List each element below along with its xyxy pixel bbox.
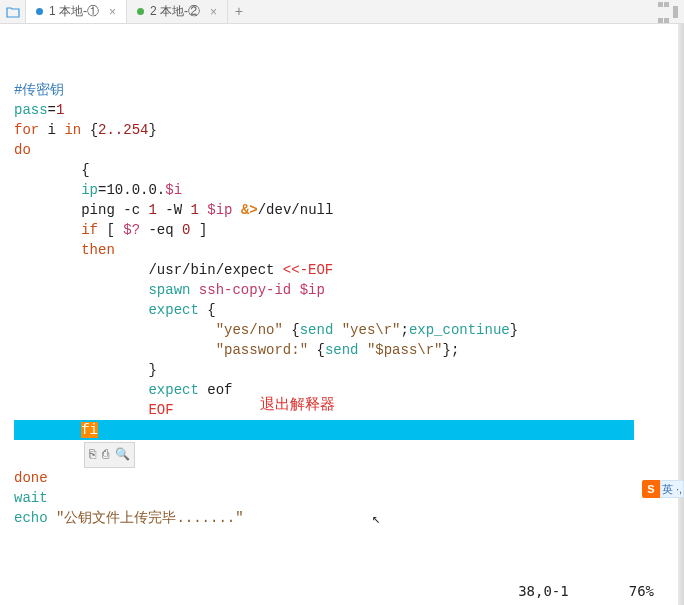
var: pass	[14, 102, 48, 118]
layout-icons[interactable]	[651, 0, 684, 23]
ime-language: 英 ·,	[660, 480, 684, 498]
highlighted-line: fi	[14, 420, 634, 440]
dot-icon	[137, 8, 144, 15]
tab-bar: 1 本地-① × 2 本地-② × +	[0, 0, 684, 24]
edit-icon[interactable]: ⎙	[102, 445, 109, 465]
annotation-label: 退出解释器	[260, 395, 335, 414]
kw-do: do	[14, 142, 31, 158]
kw-fi: fi	[81, 422, 98, 438]
code-editor[interactable]: #传密钥 pass=1 for i in {2..254} do { ip=10…	[0, 24, 684, 538]
dot-icon	[36, 8, 43, 15]
kw-done: done	[14, 470, 48, 486]
new-tab-button[interactable]: +	[228, 0, 250, 23]
kw-wait: wait	[14, 490, 48, 506]
kw-for: for	[14, 122, 39, 138]
search-icon[interactable]: 🔍	[115, 445, 130, 465]
inline-toolbar: ⎘⎙🔍	[84, 442, 135, 468]
column-icon[interactable]	[673, 6, 678, 18]
comment: #传密钥	[14, 82, 64, 98]
cursor-position: 38,0-1	[518, 583, 569, 599]
copy-icon[interactable]: ⎘	[89, 445, 96, 465]
tab-2[interactable]: 2 本地-② ×	[127, 0, 228, 23]
ime-badge[interactable]: S 英 ·,	[642, 480, 684, 498]
close-icon[interactable]: ×	[109, 5, 116, 19]
scroll-percent: 76%	[629, 583, 654, 599]
tab-label: 1 本地-①	[49, 3, 99, 20]
folder-icon[interactable]	[0, 0, 26, 23]
status-bar: 38,0-1 76%	[0, 583, 684, 599]
ime-logo-icon: S	[642, 480, 660, 498]
tab-1[interactable]: 1 本地-① ×	[26, 0, 127, 23]
tab-label: 2 本地-②	[150, 3, 200, 20]
close-icon[interactable]: ×	[210, 5, 217, 19]
